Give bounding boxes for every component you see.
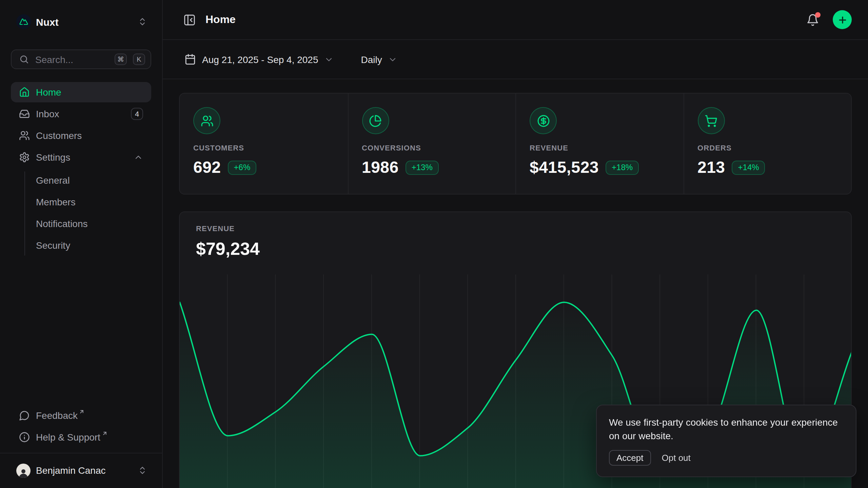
sidebar-item-label: Home <box>36 87 61 98</box>
info-circle-icon <box>19 432 30 443</box>
calendar-icon <box>184 54 196 65</box>
user-section: Benjamin Canac <box>0 453 162 488</box>
sidebar-item-customers[interactable]: Customers <box>11 125 151 146</box>
circle-dollar-icon <box>530 107 557 134</box>
add-button[interactable] <box>833 10 852 29</box>
sidebar-item-label: General <box>36 175 70 186</box>
feedback-label: Feedback <box>36 410 78 421</box>
nuxt-logo-icon <box>16 14 31 29</box>
user-name: Benjamin Canac <box>36 465 105 476</box>
page-title: Home <box>205 14 236 26</box>
stat-label: REVENUE <box>530 144 670 152</box>
stat-conversions: CONVERSIONS 1986 +13% <box>348 94 515 194</box>
chevron-up-icon <box>134 152 143 162</box>
sidebar-item-label: Inbox <box>36 108 59 119</box>
stat-delta-badge: +18% <box>606 160 639 175</box>
stat-value: 213 <box>697 158 725 177</box>
stat-value: 1986 <box>362 158 399 177</box>
inbox-icon <box>19 108 30 119</box>
stat-value: $415,523 <box>530 158 599 177</box>
sidebar-item-label: Customers <box>36 130 82 141</box>
inbox-badge: 4 <box>131 108 143 120</box>
sidebar-nav: Home Inbox 4 Customers Settings <box>11 82 151 258</box>
stat-delta-badge: +14% <box>732 160 765 175</box>
search-placeholder: Search... <box>35 54 73 65</box>
granularity-label: Daily <box>361 54 382 65</box>
user-menu[interactable]: Benjamin Canac <box>11 460 151 481</box>
collapse-sidebar-button[interactable] <box>180 11 199 29</box>
date-range-label: Aug 21, 2025 - Sep 4, 2025 <box>202 54 318 65</box>
accept-button[interactable]: Accept <box>609 450 651 466</box>
filter-bar: Aug 21, 2025 - Sep 4, 2025 Daily <box>163 40 868 79</box>
sidebar-item-label: Members <box>36 197 76 207</box>
notifications-button[interactable] <box>804 11 822 29</box>
stats-row: CUSTOMERS 692 +6% CONVERSIONS 1986 +13% <box>179 93 852 195</box>
sidebar-item-settings[interactable]: Settings <box>11 147 151 167</box>
home-icon <box>19 87 30 98</box>
external-link-icon <box>102 430 108 436</box>
search-input[interactable]: Search... ⌘ K <box>11 49 151 69</box>
kbd-meta: ⌘ <box>115 54 127 65</box>
panel-left-close-icon <box>183 13 196 26</box>
kbd-k: K <box>133 54 145 65</box>
stat-delta-badge: +6% <box>228 160 257 175</box>
stat-value: 692 <box>193 158 221 177</box>
chevrons-up-down-icon <box>138 466 147 475</box>
stat-customers: CUSTOMERS 692 +6% <box>180 94 348 194</box>
sidebar-item-label: Notifications <box>36 218 88 229</box>
sidebar-footer: Feedback Help & Support <box>11 405 151 453</box>
app-window: Nuxt Search... ⌘ K Home <box>0 0 868 488</box>
revenue-label: REVENUE <box>196 224 835 232</box>
chevrons-up-down-icon <box>138 17 147 26</box>
revenue-total: $79,234 <box>196 239 835 260</box>
avatar <box>16 463 31 477</box>
stat-delta-badge: +13% <box>406 160 439 175</box>
opt-out-button[interactable]: Opt out <box>656 451 696 465</box>
users-icon <box>193 107 220 134</box>
search-icon <box>19 54 29 64</box>
stat-label: CONVERSIONS <box>362 144 502 152</box>
sidebar-item-label: Security <box>36 240 70 251</box>
message-circle-icon <box>19 410 30 421</box>
sidebar-item-members[interactable]: Members <box>11 192 151 212</box>
stat-label: CUSTOMERS <box>193 144 334 152</box>
date-range-picker[interactable]: Aug 21, 2025 - Sep 4, 2025 <box>180 49 338 69</box>
sidebar-item-security[interactable]: Security <box>11 235 151 256</box>
stat-orders: ORDERS 213 +14% <box>683 94 851 194</box>
stat-revenue: REVENUE $415,523 +18% <box>515 94 683 194</box>
notification-dot <box>815 12 821 17</box>
sidebar-item-notifications[interactable]: Notifications <box>11 214 151 234</box>
page-header: Home <box>163 0 868 40</box>
feedback-link[interactable]: Feedback <box>11 405 151 426</box>
settings-subnav: General Members Notifications Security <box>11 169 151 258</box>
help-support-label: Help & Support <box>36 432 100 443</box>
gear-icon <box>19 152 30 163</box>
stat-label: ORDERS <box>697 144 837 152</box>
sidebar-item-general[interactable]: General <box>11 170 151 190</box>
sidebar-item-label: Settings <box>36 152 70 163</box>
users-icon <box>19 130 30 141</box>
cookie-message: We use first-party cookies to enhance yo… <box>609 415 844 443</box>
granularity-select[interactable]: Daily <box>357 50 402 69</box>
sidebar: Nuxt Search... ⌘ K Home <box>0 0 163 488</box>
workspace-name: Nuxt <box>36 16 59 27</box>
sidebar-item-home[interactable]: Home <box>11 82 151 102</box>
help-support-link[interactable]: Help & Support <box>11 427 151 447</box>
chevron-down-icon <box>388 55 398 64</box>
cookie-banner: We use first-party cookies to enhance yo… <box>596 405 856 477</box>
workspace-switcher[interactable]: Nuxt <box>11 11 151 33</box>
chevron-down-icon <box>324 55 334 64</box>
pie-chart-icon <box>362 107 389 134</box>
shopping-cart-icon <box>697 107 725 134</box>
plus-icon <box>837 15 847 25</box>
external-link-icon <box>79 409 85 415</box>
sidebar-item-inbox[interactable]: Inbox 4 <box>11 104 151 124</box>
